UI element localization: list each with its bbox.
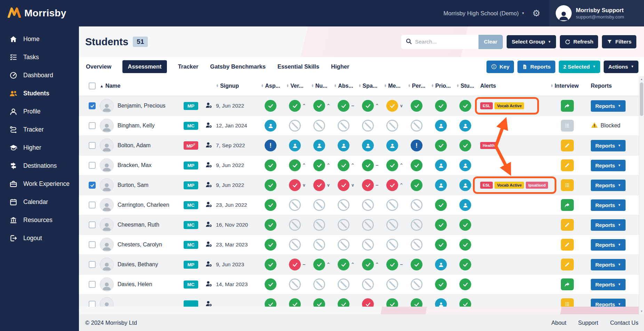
status-check-green-icon[interactable]	[265, 259, 276, 270]
column-header-prio[interactable]: ▲▼Prio...	[429, 76, 453, 96]
reports-dropdown-button[interactable]: Reports ▼	[591, 100, 626, 112]
status-not-started-icon[interactable]	[289, 120, 301, 132]
student-name[interactable]: Bolton, Adam	[118, 142, 151, 149]
interview-pencil-icon[interactable]	[561, 219, 574, 231]
status-profile-person-icon[interactable]	[459, 199, 471, 211]
status-check-green-icon[interactable]	[411, 100, 422, 112]
status-not-started-icon[interactable]	[289, 239, 301, 251]
status-check-green-icon[interactable]: –	[338, 100, 349, 112]
column-header-asp[interactable]: ▲▼Asp...	[258, 76, 283, 96]
key-button[interactable]: Key	[486, 61, 514, 73]
status-check-green-icon[interactable]	[435, 219, 447, 231]
row-checkbox[interactable]	[89, 142, 96, 149]
status-profile-person-icon[interactable]	[289, 140, 301, 151]
row-checkbox[interactable]	[89, 281, 96, 288]
status-not-started-icon[interactable]	[386, 120, 398, 132]
column-header-spa[interactable]: ▲▼Spa...	[356, 76, 380, 96]
person-badge-icon[interactable]	[205, 280, 212, 289]
sidebar-item-home[interactable]: Home	[0, 30, 79, 48]
status-check-green-icon[interactable]	[435, 239, 447, 251]
interview-pencil-icon[interactable]	[561, 140, 574, 151]
vertical-scrollbar[interactable]: ▲ ▼	[639, 76, 644, 314]
status-check-green-icon[interactable]: ^	[289, 100, 301, 112]
status-not-started-icon[interactable]	[338, 239, 349, 251]
person-badge-icon[interactable]	[205, 300, 212, 307]
sort-icon[interactable]: ▲▼	[550, 84, 553, 88]
reports-dropdown-button[interactable]: Reports ▼	[591, 160, 626, 171]
sidebar-item-destinations[interactable]: Destinations	[0, 157, 79, 175]
scrollbar-thumb[interactable]	[640, 82, 643, 116]
row-checkbox[interactable]	[89, 261, 96, 268]
status-check-green-icon[interactable]	[435, 199, 447, 211]
column-header-name[interactable]: ▲Name	[100, 76, 180, 96]
interview-pencil-icon[interactable]	[561, 259, 574, 270]
reports-dropdown-button[interactable]: Reports ▼	[591, 259, 626, 270]
row-checkbox[interactable]	[89, 102, 96, 109]
status-not-started-icon[interactable]	[411, 239, 422, 251]
interview-notes-icon[interactable]	[561, 298, 574, 307]
status-profile-person-icon[interactable]	[459, 159, 471, 171]
sidebar-item-dashboard[interactable]: Dashboard	[0, 66, 79, 84]
sort-icon[interactable]: ▲▼	[261, 84, 264, 88]
status-not-started-icon[interactable]	[386, 239, 398, 251]
status-check-green-icon[interactable]: ^	[289, 159, 301, 171]
interview-pencil-icon[interactable]	[561, 239, 574, 251]
student-name[interactable]: Carrington, Charleen	[118, 202, 169, 208]
student-name[interactable]: Davies, Helen	[118, 281, 152, 287]
status-not-started-icon[interactable]	[411, 219, 422, 231]
row-checkbox[interactable]	[89, 162, 96, 169]
sort-icon[interactable]: ▲▼	[334, 84, 337, 88]
column-header-signup[interactable]: ▲▼Signup	[216, 76, 258, 96]
person-badge-icon[interactable]	[205, 181, 212, 190]
status-profile-person-icon[interactable]	[459, 179, 471, 191]
status-check-yellow-icon[interactable]: v	[386, 100, 398, 112]
reports-dropdown-button[interactable]: Reports ▼	[591, 140, 626, 151]
status-check-green-icon[interactable]	[411, 179, 422, 191]
tab-essential-skills[interactable]: Essential Skills	[277, 60, 320, 73]
status-check-green-icon[interactable]	[411, 298, 422, 307]
person-badge-icon[interactable]	[205, 260, 212, 269]
status-not-started-icon[interactable]	[362, 219, 374, 231]
person-badge-icon[interactable]	[205, 221, 212, 229]
status-check-red-icon[interactable]: ^	[386, 179, 398, 191]
status-not-started-icon[interactable]	[289, 199, 301, 211]
status-check-green-icon[interactable]: –	[362, 159, 374, 171]
status-check-green-icon[interactable]	[265, 100, 276, 112]
status-check-green-icon[interactable]	[338, 298, 349, 307]
reports-toolbar-button[interactable]: Reports	[517, 61, 555, 73]
status-not-started-icon[interactable]	[338, 199, 349, 211]
tab-overview[interactable]: Overview	[85, 60, 112, 73]
status-check-green-icon[interactable]: ^	[313, 159, 325, 171]
status-check-green-icon[interactable]: ^	[362, 259, 374, 270]
interview-forward-icon[interactable]	[561, 100, 574, 112]
status-check-red-icon[interactable]: –	[289, 259, 301, 270]
status-not-started-icon[interactable]	[289, 219, 301, 231]
footer-link-about[interactable]: About	[551, 320, 566, 326]
sort-icon[interactable]: ▲▼	[359, 84, 361, 88]
status-check-green-icon[interactable]: –	[386, 259, 398, 270]
column-header-interview[interactable]: ▲▼Interview	[550, 76, 584, 96]
status-profile-person-icon[interactable]	[435, 120, 447, 132]
tab-assessment[interactable]: Assessment	[122, 60, 167, 73]
status-check-red-icon[interactable]: –	[362, 179, 374, 191]
reports-dropdown-button[interactable]: Reports ▼	[591, 219, 626, 231]
status-check-green-icon[interactable]	[313, 298, 325, 307]
status-not-started-icon[interactable]	[411, 120, 422, 132]
status-not-started-icon[interactable]	[362, 239, 374, 251]
status-check-green-icon[interactable]	[459, 239, 471, 251]
student-name[interactable]: Chesters, Carolyn	[118, 242, 162, 248]
reports-dropdown-button[interactable]: Reports ▼	[591, 299, 626, 307]
sidebar-item-tasks[interactable]: Tasks	[0, 48, 79, 66]
status-not-started-icon[interactable]	[362, 120, 374, 132]
status-profile-person-icon[interactable]	[435, 159, 447, 171]
status-check-green-icon[interactable]	[289, 298, 301, 307]
status-check-green-icon[interactable]	[265, 219, 276, 231]
tab-gatsby-benchmarks[interactable]: Gatsby Benchmarks	[209, 60, 266, 73]
status-check-green-icon[interactable]	[265, 199, 276, 211]
status-check-green-icon[interactable]	[435, 100, 447, 112]
status-not-started-icon[interactable]	[386, 199, 398, 211]
status-check-green-icon[interactable]	[459, 259, 471, 270]
status-profile-person-icon[interactable]	[459, 120, 471, 132]
status-not-started-icon[interactable]	[313, 120, 325, 132]
status-not-started-icon[interactable]	[338, 278, 349, 290]
